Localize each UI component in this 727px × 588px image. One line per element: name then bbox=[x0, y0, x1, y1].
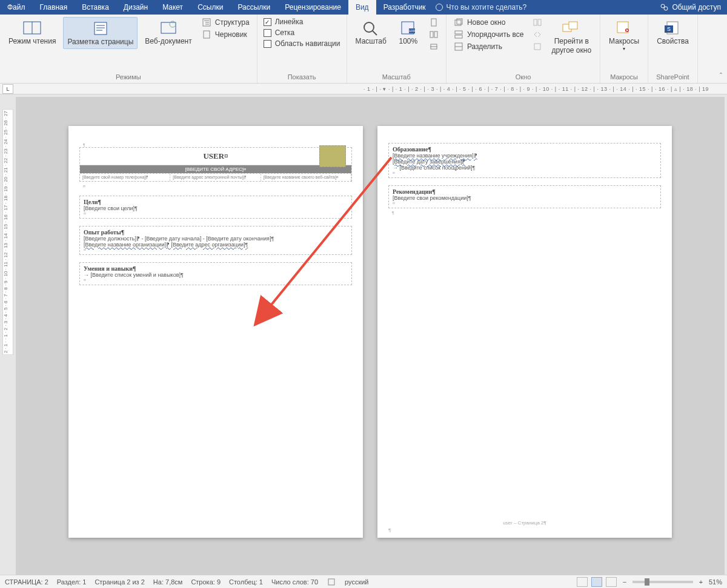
tab-review[interactable]: Рецензирование bbox=[277, 0, 348, 15]
zoom-level[interactable]: 51% bbox=[709, 578, 722, 586]
dropdown-icon: ▾ bbox=[623, 47, 625, 52]
zoom-100-button[interactable]: 100 100% bbox=[394, 17, 423, 48]
skills-section: Умения и навыки¶ → [Введите список умени… bbox=[79, 262, 352, 285]
tab-design[interactable]: Дизайн bbox=[116, 0, 155, 15]
svg-rect-21 bbox=[430, 31, 433, 38]
experience-line1: [Введите должность]⁋ - [Введите дату нач… bbox=[84, 236, 348, 242]
read-view-icon[interactable] bbox=[577, 577, 588, 587]
tab-references[interactable]: Ссылки bbox=[190, 0, 230, 15]
horizontal-ruler[interactable]: L · 1 · | · ▾ · | · 1 · | · 2 · | · 3 · … bbox=[0, 84, 727, 94]
nav-pane-checkbox[interactable]: Область навигации bbox=[262, 39, 342, 48]
arrange-all-icon bbox=[454, 30, 463, 39]
page-2[interactable]: Образование¶ [Введите название учреждени… bbox=[377, 126, 672, 538]
resume-title: USER¤ bbox=[80, 148, 351, 165]
split-icon bbox=[454, 42, 463, 51]
group-sharepoint-label: SharePoint bbox=[653, 72, 692, 82]
outline-button[interactable]: Структура bbox=[199, 17, 252, 28]
print-layout-icon bbox=[91, 20, 110, 37]
vertical-ruler[interactable]: 2 · 1 · · 1 · 2 · 3 · 4 · 5 · 6 · 7 · 8 … bbox=[2, 109, 13, 355]
print-layout-button[interactable]: Разметка страницы bbox=[63, 17, 138, 49]
experience-section: Опыт работы¶ [Введите должность]⁋ - [Вве… bbox=[79, 226, 352, 255]
ribbon: Режим чтения Разметка страницы Веб-докум… bbox=[0, 15, 727, 84]
status-page[interactable]: СТРАНИЦА: 2 bbox=[5, 578, 48, 586]
tab-view[interactable]: Вид bbox=[348, 0, 376, 15]
page-1[interactable]: ¶ USER¤ [ВВЕДИТЕ СВОЙ АДРЕС]¤ [Введите с… bbox=[68, 126, 363, 538]
svg-rect-14 bbox=[204, 31, 210, 38]
zoom-button[interactable]: Масштаб bbox=[352, 17, 390, 48]
split-label: Разделить bbox=[467, 42, 502, 51]
recommendations-section: Рекомендации¶ [Введите свои рекомендации… bbox=[388, 185, 661, 208]
photo-placeholder[interactable] bbox=[319, 145, 346, 167]
macros-label: Макросы bbox=[609, 38, 639, 45]
print-view-icon[interactable] bbox=[591, 577, 602, 587]
status-language[interactable]: русский bbox=[345, 578, 368, 586]
group-window-label: Окно bbox=[451, 72, 595, 82]
ribbon-collapse-icon[interactable]: ˆ bbox=[720, 72, 722, 81]
multi-page-button[interactable] bbox=[427, 29, 441, 40]
spellcheck-icon[interactable] bbox=[327, 577, 336, 587]
document-area[interactable]: ¶ USER¤ [ВВЕДИТЕ СВОЙ АДРЕС]¤ [Введите с… bbox=[16, 97, 725, 575]
tab-home[interactable]: Главная bbox=[33, 0, 75, 15]
skills-body: → [Введите список умений и навыков]¶ bbox=[84, 272, 348, 278]
skills-heading: Умения и навыки¶ bbox=[84, 265, 348, 272]
sync-scroll-button[interactable] bbox=[530, 29, 545, 40]
web-view-icon[interactable] bbox=[606, 577, 617, 587]
sync-scroll-icon bbox=[533, 30, 542, 39]
arrange-all-button[interactable]: Упорядочить все bbox=[451, 29, 526, 40]
svg-rect-20 bbox=[431, 19, 436, 26]
tell-me-search[interactable]: Что вы хотите сделать? bbox=[436, 0, 527, 15]
macros-button[interactable]: Макросы ▾ bbox=[605, 17, 643, 55]
status-line[interactable]: Строка: 9 bbox=[191, 578, 221, 586]
zoom-100-icon: 100 bbox=[399, 19, 418, 36]
svg-rect-22 bbox=[434, 31, 437, 38]
reset-position-button[interactable] bbox=[530, 41, 545, 52]
switch-windows-label1: Перейти в bbox=[554, 38, 589, 45]
one-page-button[interactable] bbox=[427, 17, 441, 28]
status-at[interactable]: На: 7,8см bbox=[153, 578, 183, 586]
recommendations-heading: Рекомендации¶ bbox=[393, 188, 657, 195]
group-zoom: Масштаб 100 100% Масштаб bbox=[347, 15, 446, 83]
tab-file[interactable]: Файл bbox=[0, 0, 33, 15]
zoom-in-button[interactable]: + bbox=[697, 578, 705, 586]
zoom-slider[interactable] bbox=[632, 581, 693, 583]
zoom-100-label: 100% bbox=[399, 38, 418, 45]
properties-button[interactable]: S Свойства bbox=[653, 17, 692, 48]
tab-insert[interactable]: Вставка bbox=[75, 0, 116, 15]
new-window-button[interactable]: Новое окно bbox=[451, 17, 526, 28]
education-line3: → [Введите список поощрений]¶ bbox=[393, 165, 657, 171]
sharepoint-icon: S bbox=[663, 19, 682, 36]
contact-email: [Введите адрес электронной почты]⁋ bbox=[170, 174, 261, 181]
zoom-out-button[interactable]: − bbox=[620, 578, 629, 586]
arrange-all-label: Упорядочить все bbox=[467, 30, 524, 39]
status-column[interactable]: Столбец: 1 bbox=[229, 578, 263, 586]
draft-icon bbox=[202, 30, 211, 39]
switch-windows-button[interactable]: Перейти в другое окно bbox=[548, 17, 596, 57]
ruler-checkbox[interactable]: ✓Линейка bbox=[262, 17, 342, 27]
switch-windows-label2: другое окно bbox=[552, 47, 592, 55]
web-layout-button[interactable]: Веб-документ bbox=[141, 17, 195, 48]
tab-layout[interactable]: Макет bbox=[155, 0, 190, 15]
education-heading: Образование¶ bbox=[393, 146, 657, 153]
switch-windows-icon bbox=[562, 19, 581, 36]
status-word-count[interactable]: Число слов: 70 bbox=[271, 578, 318, 586]
svg-text:100: 100 bbox=[409, 29, 416, 33]
split-button[interactable]: Разделить bbox=[451, 41, 526, 52]
tab-selector[interactable]: L bbox=[2, 84, 13, 94]
tab-developer[interactable]: Разработчик bbox=[376, 0, 433, 15]
read-mode-button[interactable]: Режим чтения bbox=[5, 17, 59, 48]
recommendations-body: [Введите свои рекомендации]¶ bbox=[393, 195, 657, 201]
goals-section: Цели¶ [Введите свои цели]¶ ¤ bbox=[79, 196, 352, 219]
resume-header: USER¤ [ВВЕДИТЕ СВОЙ АДРЕС]¤ [Введите сво… bbox=[79, 147, 352, 182]
share-button[interactable]: Общий доступ bbox=[654, 0, 727, 15]
status-section[interactable]: Раздел: 1 bbox=[57, 578, 87, 586]
side-by-side-button[interactable] bbox=[530, 17, 545, 28]
outline-label: Структура bbox=[215, 18, 250, 27]
svg-rect-25 bbox=[455, 20, 461, 25]
tab-mailings[interactable]: Рассылки bbox=[230, 0, 277, 15]
zoom-label: Масштаб bbox=[356, 38, 387, 45]
page-width-button[interactable] bbox=[427, 41, 441, 52]
status-page-of[interactable]: Страница 2 из 2 bbox=[95, 578, 144, 586]
grid-checkbox[interactable]: Сетка bbox=[262, 28, 342, 38]
draft-button[interactable]: Черновик bbox=[199, 29, 252, 40]
svg-rect-43 bbox=[328, 579, 334, 585]
